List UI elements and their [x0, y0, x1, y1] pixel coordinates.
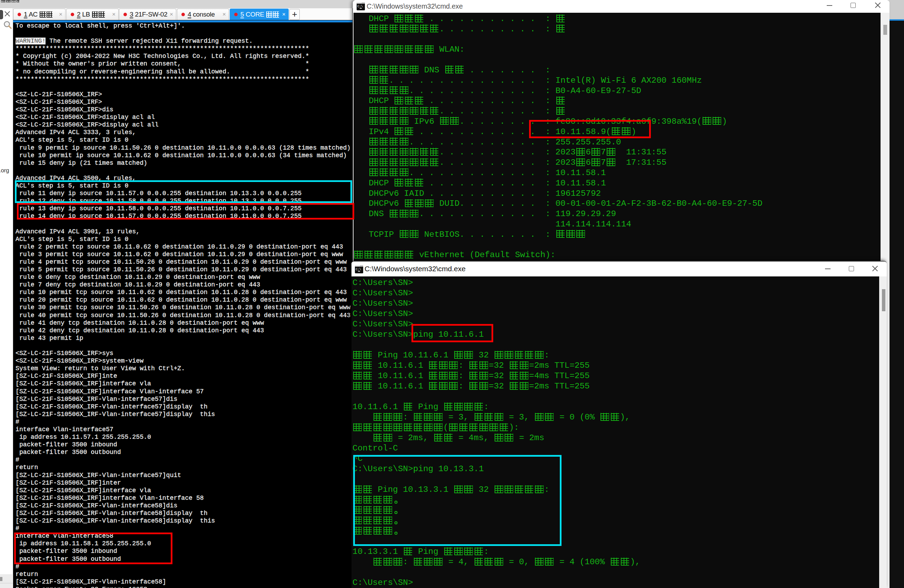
svg-text:C:\: C:\ [356, 268, 361, 271]
svg-text:C:\: C:\ [357, 5, 363, 8]
